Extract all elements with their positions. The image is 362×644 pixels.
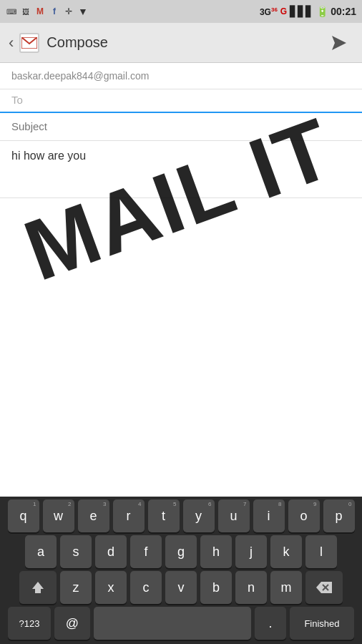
key-c[interactable]: c — [130, 571, 162, 604]
key-n[interactable]: n — [235, 571, 267, 604]
feather-icon: ▼ — [77, 6, 89, 17]
status-left-icons: ⌨ 🖼 M f ✛ ▼ — [6, 6, 89, 17]
body-row[interactable]: hi how are you — [0, 141, 362, 198]
facebook-icon: f — [49, 6, 60, 17]
crosshair-icon: ✛ — [63, 6, 74, 17]
to-input[interactable] — [29, 94, 351, 109]
key-j[interactable]: j — [235, 535, 267, 568]
backspace-key[interactable] — [305, 571, 343, 604]
subject-input[interactable] — [11, 120, 351, 132]
key-r[interactable]: 4r — [113, 499, 145, 532]
time-display: 00:21 — [331, 6, 356, 17]
toolbar: ‹ Compose — [0, 23, 362, 63]
key-l[interactable]: l — [305, 535, 337, 568]
keyboard: 1q 2w 3e 4r 5t 6y 7u 8i 9o 0p a s d f g … — [0, 497, 362, 644]
svg-marker-1 — [332, 36, 346, 50]
signal-bars: ▋▋▋ — [290, 6, 313, 17]
key-y[interactable]: 6y — [183, 499, 215, 532]
compose-area: baskar.deepak844@gmail.com To hi how are… — [0, 63, 362, 198]
key-a[interactable]: a — [25, 535, 57, 568]
keyboard-row-3: z x c v b n m — [0, 568, 362, 604]
key-t[interactable]: 5t — [148, 499, 180, 532]
subject-row[interactable] — [0, 113, 362, 141]
keyboard-row-1: 1q 2w 3e 4r 5t 6y 7u 8i 9o 0p — [0, 497, 362, 532]
status-right: 3G36 G ▋▋▋ 🔋 00:21 — [260, 6, 356, 17]
network-label: 3G36 — [260, 6, 278, 17]
spacer — [0, 198, 362, 341]
key-w[interactable]: 2w — [43, 499, 74, 532]
key-g[interactable]: g — [165, 535, 197, 568]
key-z[interactable]: z — [60, 571, 92, 604]
spacebar-key[interactable] — [94, 607, 251, 640]
key-s[interactable]: s — [60, 535, 92, 568]
from-address: baskar.deepak844@gmail.com — [11, 70, 149, 82]
key-b[interactable]: b — [200, 571, 232, 604]
svg-marker-2 — [32, 582, 44, 593]
key-i[interactable]: 8i — [253, 499, 285, 532]
key-m[interactable]: m — [270, 571, 302, 604]
gmail-icon: M — [34, 6, 46, 17]
send-button[interactable] — [325, 29, 353, 57]
finished-key[interactable]: Finished — [290, 607, 354, 640]
shift-key[interactable] — [19, 571, 57, 604]
battery-icon: 🔋 — [316, 6, 328, 17]
key-q[interactable]: 1q — [8, 499, 39, 532]
back-button[interactable]: ‹ — [9, 34, 14, 52]
key-at[interactable]: @ — [54, 607, 90, 640]
key-o[interactable]: 9o — [288, 499, 320, 532]
key-v[interactable]: v — [165, 571, 197, 604]
status-bar: ⌨ 🖼 M f ✛ ▼ 3G36 G ▋▋▋ 🔋 00:21 — [0, 0, 362, 23]
svg-marker-3 — [316, 582, 332, 593]
to-label: To — [11, 94, 23, 109]
body-text: hi how are you — [11, 150, 86, 162]
key-h[interactable]: h — [200, 535, 232, 568]
keyboard-row-4: ?123 @ . Finished — [0, 604, 362, 644]
key-p[interactable]: 0p — [323, 499, 355, 532]
to-row[interactable]: To — [0, 89, 362, 113]
key-period[interactable]: . — [255, 607, 286, 640]
image-icon: 🖼 — [20, 6, 31, 17]
page-title: Compose — [47, 34, 325, 51]
key-x[interactable]: x — [95, 571, 127, 604]
key-f[interactable]: f — [130, 535, 162, 568]
key-u[interactable]: 7u — [218, 499, 250, 532]
key-e[interactable]: 3e — [78, 499, 109, 532]
key-k[interactable]: k — [270, 535, 302, 568]
key-d[interactable]: d — [95, 535, 127, 568]
key-symbols[interactable]: ?123 — [8, 607, 51, 640]
keyboard-icon: ⌨ — [6, 6, 17, 17]
g-signal-icon: G — [280, 6, 287, 16]
from-row: baskar.deepak844@gmail.com — [0, 63, 362, 89]
gmail-logo — [19, 33, 39, 53]
keyboard-row-2: a s d f g h j k l — [0, 532, 362, 568]
